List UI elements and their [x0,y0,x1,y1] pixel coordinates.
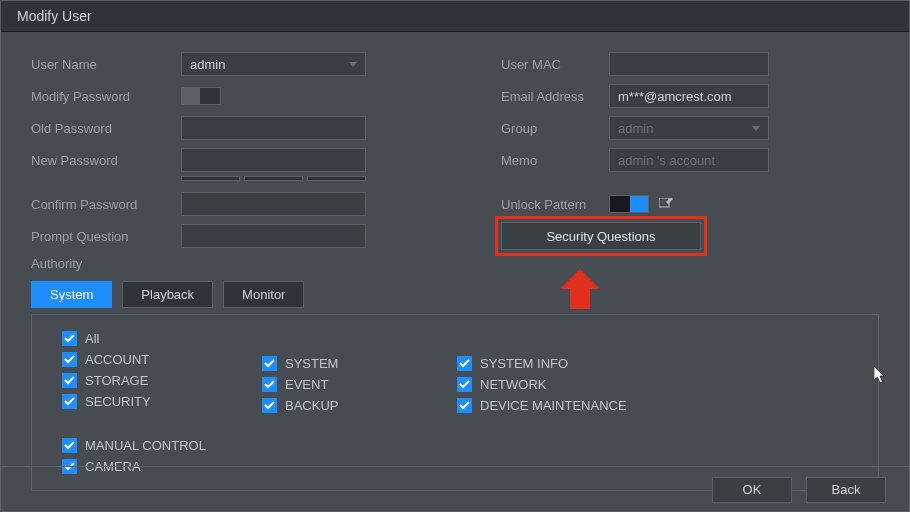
email-label: Email Address [501,89,609,104]
permission-checkbox[interactable]: SYSTEM INFO [457,356,672,371]
group-select: admin [609,116,769,140]
permission-label: SYSTEM INFO [480,356,568,371]
check-icon [62,438,77,453]
permissions-column: AllACCOUNTSTORAGESECURITY [62,331,262,413]
old-password-label: Old Password [31,121,181,136]
permission-checkbox[interactable]: All [62,331,262,346]
permission-checkbox[interactable]: EVENT [262,377,457,392]
old-password-input[interactable] [181,116,366,140]
password-strength-meter [181,176,366,182]
user-name-select[interactable]: admin [181,52,366,76]
permission-checkbox[interactable]: ACCOUNT [62,352,262,367]
confirm-password-label: Confirm Password [31,197,181,212]
email-input[interactable]: m***@amcrest.com [609,84,769,108]
permission-label: ACCOUNT [85,352,149,367]
permission-checkbox[interactable]: MANUAL CONTROL [62,438,242,453]
footer-bar: OK Back [0,466,910,512]
check-icon [62,331,77,346]
check-icon [62,394,77,409]
check-icon [62,352,77,367]
permission-checkbox[interactable]: SYSTEM [262,356,457,371]
tab-playback[interactable]: Playback [122,281,213,308]
memo-label: Memo [501,153,609,168]
authority-tabs: System Playback Monitor [31,281,879,308]
permission-checkbox[interactable]: STORAGE [62,373,262,388]
permission-checkbox[interactable]: NETWORK [457,377,672,392]
pattern-edit-icon[interactable] [659,198,673,210]
check-icon [262,356,277,371]
memo-placeholder: admin 's account [618,153,715,168]
email-value: m***@amcrest.com [618,89,732,104]
check-icon [262,398,277,413]
check-icon [457,377,472,392]
permissions-column: SYSTEMEVENTBACKUP [262,331,457,413]
check-icon [62,373,77,388]
check-icon [262,377,277,392]
check-icon [457,356,472,371]
permission-label: NETWORK [480,377,546,392]
unlock-pattern-toggle[interactable] [609,195,649,213]
new-password-label: New Password [31,153,181,168]
group-value: admin [618,121,653,136]
authority-label: Authority [31,256,879,271]
modify-user-window: Modify User User Name admin User MAC Mod… [0,0,910,512]
permission-label: MANUAL CONTROL [85,438,206,453]
permission-checkbox[interactable]: SECURITY [62,394,262,409]
permission-label: DEVICE MAINTENANCE [480,398,627,413]
window-title: Modify User [1,1,909,32]
confirm-password-input[interactable] [181,192,366,216]
modify-password-toggle[interactable] [181,87,221,105]
permission-label: SYSTEM [285,356,338,371]
modify-password-label: Modify Password [31,89,181,104]
tab-monitor[interactable]: Monitor [223,281,304,308]
prompt-question-input[interactable] [181,224,366,248]
new-password-input[interactable] [181,148,366,172]
permission-label: BACKUP [285,398,338,413]
user-mac-input[interactable] [609,52,769,76]
permission-checkbox[interactable]: BACKUP [262,398,457,413]
group-label: Group [501,121,609,136]
unlock-pattern-label: Unlock Pattern [501,197,609,212]
permission-checkbox[interactable]: DEVICE MAINTENANCE [457,398,672,413]
permissions-box: AllACCOUNTSTORAGESECURITYSYSTEMEVENTBACK… [31,314,879,491]
permission-label: All [85,331,99,346]
user-name-value: admin [190,57,225,72]
permission-label: EVENT [285,377,328,392]
check-icon [457,398,472,413]
tab-system[interactable]: System [31,281,112,308]
permission-label: SECURITY [85,394,151,409]
memo-input: admin 's account [609,148,769,172]
ok-button[interactable]: OK [712,477,792,503]
back-button[interactable]: Back [806,477,886,503]
permissions-column: MANUAL CONTROLCAMERA [62,413,242,474]
security-questions-button[interactable]: Security Questions [501,222,701,250]
permissions-column: SYSTEM INFONETWORKDEVICE MAINTENANCE [457,331,672,413]
permission-label: STORAGE [85,373,148,388]
user-mac-label: User MAC [501,57,609,72]
user-name-label: User Name [31,57,181,72]
prompt-question-label: Prompt Question [31,229,181,244]
content-area: User Name admin User MAC Modify Password… [1,32,909,491]
